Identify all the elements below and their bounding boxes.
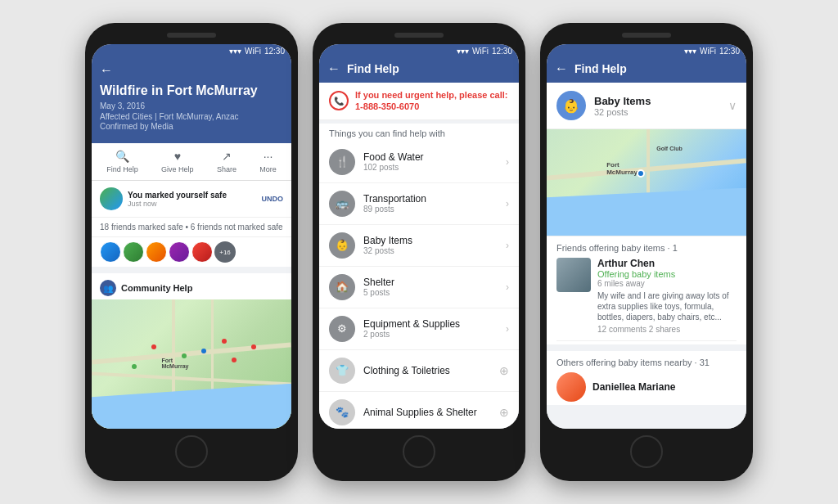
friend-distance: 6 miles away: [597, 279, 737, 288]
status-bar-1: ▾▾▾ WiFi 12:30: [92, 44, 291, 58]
baby-name: Baby Items: [363, 235, 498, 246]
give-help-label: Give Help: [161, 165, 194, 173]
chevron-icon: ›: [506, 198, 509, 209]
p1-back-button[interactable]: ←: [100, 63, 283, 78]
map-city-label: FortMcMurray: [161, 358, 188, 369]
safe-text: You marked yourself safe: [128, 191, 227, 200]
baby-chevron-icon: ∨: [728, 99, 737, 112]
community-icon: 👥: [100, 280, 116, 296]
friend-post-text: My wife and I are giving away lots of ex…: [597, 290, 737, 322]
home-button-1[interactable]: [175, 435, 208, 468]
home-button-2[interactable]: [403, 435, 435, 468]
safe-time: Just now: [128, 200, 227, 208]
animal-name: Animal Supplies & Shelter: [363, 407, 491, 418]
transport-posts: 89 posts: [363, 205, 498, 214]
friend-avatar: [169, 241, 190, 263]
equipment-icon: ⚙: [329, 316, 355, 342]
undo-button[interactable]: UNDO: [262, 195, 284, 203]
find-help-icon: 🔍: [115, 150, 129, 163]
signal-icon: ▾▾▾: [229, 47, 241, 56]
other-person-name[interactable]: Daniellea Mariane: [592, 381, 675, 393]
share-label: Share: [217, 165, 237, 173]
speaker-3: [622, 33, 671, 38]
transport-icon: 🚌: [329, 191, 355, 217]
p1-confirmed: Confirmed by Media: [100, 122, 283, 131]
clothing-text: Clothing & Toiletries: [363, 365, 491, 376]
help-item-clothing[interactable]: 👕 Clothing & Toiletries ⊕: [319, 350, 519, 392]
others-section: Others offering baby items nearby · 31 D…: [547, 344, 746, 405]
help-list: 🍴 Food & Water 102 posts › 🚌 Transportat…: [319, 142, 519, 429]
map-pin: [151, 344, 156, 349]
urgent-message: If you need urgent help, please call:: [355, 89, 507, 101]
safe-bar: You marked yourself safe Just now UNDO: [92, 181, 291, 218]
phone-3: ▾▾▾ WiFi 12:30 ← Find Help 👶 Baby Items …: [540, 23, 753, 481]
phone-2: ▾▾▾ WiFi 12:30 ← Find Help 📞 If you need…: [313, 23, 525, 481]
chevron-icon: ›: [506, 281, 509, 293]
friend-name[interactable]: Arthur Chen: [597, 258, 737, 269]
friends-count: 18 friends marked safe • 6 friends not m…: [92, 218, 291, 237]
signal-icon-3: ▾▾▾: [684, 47, 696, 56]
baby-category-icon: 👶: [556, 91, 586, 120]
p1-affected-cities: Affected Cities | Fort McMurray, Anzac: [100, 112, 283, 121]
help-item-baby[interactable]: 👶 Baby Items 32 posts ›: [319, 225, 519, 267]
baby-category-title: Baby Items: [594, 95, 720, 107]
map-road: [92, 371, 291, 385]
p2-back-button[interactable]: ←: [327, 61, 340, 76]
friend-avatar: [100, 241, 121, 263]
safe-text-block: You marked yourself safe Just now: [128, 191, 227, 208]
urgent-text-block: If you need urgent help, please call: 1-…: [355, 89, 507, 113]
baby-icon: 👶: [329, 232, 355, 259]
status-bar-2: ▾▾▾ WiFi 12:30: [319, 44, 519, 58]
p2-title: Find Help: [347, 62, 399, 75]
phone-1: ▾▾▾ WiFi 12:30 ← Wildfire in Fort McMurr…: [85, 23, 298, 481]
time-2: 12:30: [492, 47, 512, 56]
shelter-name: Shelter: [363, 277, 498, 288]
add-icon[interactable]: ⊕: [499, 364, 509, 377]
screen-3: ▾▾▾ WiFi 12:30 ← Find Help 👶 Baby Items …: [547, 44, 746, 429]
community-label: Community Help: [121, 283, 192, 293]
map-water: [92, 384, 291, 429]
animal-text: Animal Supplies & Shelter: [363, 407, 491, 418]
food-text: Food & Water 102 posts: [363, 151, 498, 172]
more-button[interactable]: ··· More: [259, 150, 277, 173]
p3-header: ← Find Help: [547, 58, 746, 83]
p3-map[interactable]: FortMcMurray Golf Club: [547, 129, 746, 236]
p3-content: 👶 Baby Items 32 posts ∨ FortMcMurray Gol…: [547, 83, 746, 429]
p3-back-button[interactable]: ←: [555, 61, 568, 76]
transport-text: Transportation 89 posts: [363, 193, 498, 214]
give-help-button[interactable]: ♥ Give Help: [161, 150, 194, 173]
add-icon[interactable]: ⊕: [499, 406, 509, 419]
safe-left: You marked yourself safe Just now: [100, 187, 227, 210]
chevron-icon: ›: [506, 240, 509, 251]
p3-map-bg: FortMcMurray Golf Club: [547, 129, 746, 236]
friends-offering-section: Friends offering baby items · 1 Arthur C…: [547, 236, 746, 344]
community-help-header: 👥 Community Help: [92, 273, 291, 299]
time-3: 12:30: [719, 47, 740, 56]
baby-category-posts: 32 posts: [594, 107, 720, 117]
help-item-animals[interactable]: 🐾 Animal Supplies & Shelter ⊕: [319, 392, 519, 429]
urgent-number[interactable]: 1-888-350-6070: [355, 101, 507, 112]
friend-avatar: [123, 241, 144, 263]
help-item-shelter[interactable]: 🏠 Shelter 5 posts ›: [319, 267, 519, 308]
speaker-2: [394, 33, 444, 38]
screen-1: ▾▾▾ WiFi 12:30 ← Wildfire in Fort McMurr…: [92, 44, 291, 429]
animal-icon: 🐾: [329, 399, 355, 425]
speaker-1: [167, 33, 216, 38]
home-button-3[interactable]: [630, 435, 663, 468]
help-item-food[interactable]: 🍴 Food & Water 102 posts ›: [319, 142, 519, 183]
equipment-name: Equipment & Supplies: [363, 318, 498, 330]
share-button[interactable]: ↗ Share: [217, 150, 237, 173]
map-label-golf: Golf Club: [656, 146, 683, 151]
friend-actions[interactable]: 12 comments 2 shares: [597, 325, 737, 334]
help-item-equipment[interactable]: ⚙ Equipment & Supplies 2 posts ›: [319, 308, 519, 350]
p1-map[interactable]: FortMcMurray: [92, 299, 291, 429]
help-item-transport[interactable]: 🚌 Transportation 89 posts ›: [319, 183, 519, 225]
find-help-button[interactable]: 🔍 Find Help: [106, 150, 138, 173]
friend-photo: [556, 258, 591, 292]
p2-header: ← Find Help: [319, 58, 519, 83]
share-icon: ↗: [222, 150, 232, 163]
baby-category-info: Baby Items 32 posts: [594, 95, 720, 117]
map-city-label-3: FortMcMurray: [606, 161, 638, 176]
urgent-phone-icon: 📞: [329, 91, 349, 110]
equipment-text: Equipment & Supplies 2 posts: [363, 318, 498, 339]
